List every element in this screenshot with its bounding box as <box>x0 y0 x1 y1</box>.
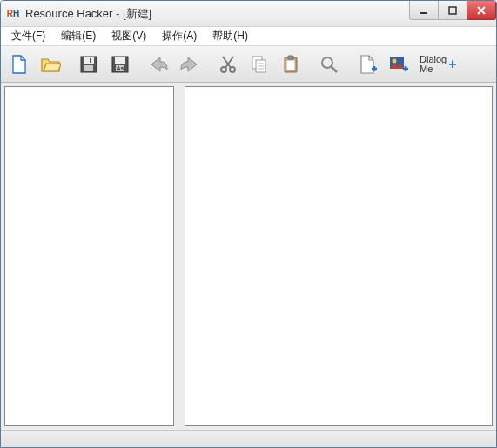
find-button[interactable] <box>314 50 344 79</box>
add-resource-icon <box>357 54 378 75</box>
svg-rect-3 <box>84 57 94 64</box>
content-area <box>1 83 496 430</box>
close-icon <box>476 5 487 16</box>
app-icon: RH <box>6 7 20 21</box>
add-image-icon <box>388 54 409 75</box>
svg-rect-4 <box>84 65 93 71</box>
add-image-button[interactable] <box>384 50 413 79</box>
dialog-label: Dialog Me <box>420 55 447 74</box>
save-icon <box>78 54 99 75</box>
dialog-button[interactable]: Dialog Me + <box>415 50 461 79</box>
window-title: Resource Hacker - [新建] <box>25 6 410 22</box>
svg-text:As: As <box>117 65 124 71</box>
status-bar <box>1 430 496 447</box>
svg-rect-5 <box>90 58 91 63</box>
splitter[interactable] <box>178 86 181 426</box>
svg-rect-1 <box>449 7 456 14</box>
plus-icon: + <box>448 59 456 69</box>
redo-button[interactable] <box>175 50 205 79</box>
window-controls <box>410 1 496 26</box>
save-as-button[interactable]: As <box>105 50 135 79</box>
title-bar: RH Resource Hacker - [新建] <box>1 1 496 27</box>
svg-point-19 <box>393 58 397 63</box>
tree-pane[interactable] <box>4 86 174 426</box>
new-file-icon <box>9 54 30 75</box>
save-as-icon: As <box>110 54 131 75</box>
app-window: RH Resource Hacker - [新建] 文件(F) 编辑(E) 视图… <box>0 0 497 448</box>
svg-rect-7 <box>115 57 125 64</box>
add-resource-button[interactable] <box>353 50 382 79</box>
copy-icon <box>249 54 270 75</box>
menu-help[interactable]: 帮助(H) <box>205 27 255 45</box>
svg-rect-16 <box>288 56 293 59</box>
new-button[interactable] <box>4 50 34 79</box>
toolbar: As <box>1 46 496 83</box>
copy-button[interactable] <box>245 50 274 79</box>
clipboard-icon <box>280 54 301 75</box>
redo-arrow-icon <box>179 54 200 75</box>
close-button[interactable] <box>467 1 496 20</box>
svg-point-17 <box>322 57 332 68</box>
editor-pane[interactable] <box>185 86 493 426</box>
minimize-icon <box>419 5 429 16</box>
menu-bar: 文件(F) 编辑(E) 视图(V) 操作(A) 帮助(H) <box>1 27 496 46</box>
undo-arrow-icon <box>148 54 169 75</box>
cut-button[interactable] <box>213 50 243 79</box>
open-button[interactable] <box>36 50 65 79</box>
magnifier-icon <box>319 54 339 75</box>
undo-button[interactable] <box>144 50 173 79</box>
maximize-button[interactable] <box>438 1 467 20</box>
svg-rect-15 <box>286 60 295 70</box>
svg-rect-0 <box>420 12 427 14</box>
menu-file[interactable]: 文件(F) <box>4 27 52 45</box>
menu-edit[interactable]: 编辑(E) <box>54 27 103 45</box>
minimize-button[interactable] <box>409 1 439 20</box>
maximize-icon <box>447 5 458 16</box>
save-button[interactable] <box>74 50 104 79</box>
open-folder-icon <box>40 54 61 75</box>
paste-button[interactable] <box>276 50 306 79</box>
scissors-icon <box>218 54 238 75</box>
menu-view[interactable]: 视图(V) <box>104 27 153 45</box>
menu-action[interactable]: 操作(A) <box>155 27 204 45</box>
